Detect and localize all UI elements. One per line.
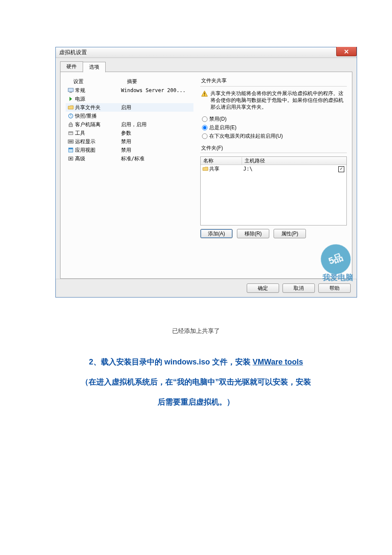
svg-marker-2: [69, 97, 72, 101]
instr-line1-prefix: 2、载入安装目录中的 windows.iso 文件，安装: [89, 358, 253, 366]
radio-group-sharing: 禁用(D) 总是启用(E) 在下次电源关闭或挂起前启用(U): [200, 115, 347, 140]
settings-row-general[interactable]: 常规 Windows Server 200...: [66, 86, 193, 95]
settings-row-snapshot[interactable]: 快照/重播: [66, 112, 193, 120]
settings-list: 常规 Windows Server 200... 电源 共享文件夹 启用: [66, 86, 193, 163]
settings-row-tools[interactable]: 工具 参数: [66, 129, 193, 137]
settings-row-app-view[interactable]: 应用视图 禁用: [66, 146, 193, 154]
remote-icon: [67, 138, 74, 145]
radio-until-poweroff[interactable]: 在下次电源关闭或挂起前启用(U): [202, 132, 347, 140]
settings-row-power[interactable]: 电源: [66, 95, 193, 103]
instructions: 2、载入安装目录中的 windows.iso 文件，安装 VMWare tool…: [55, 352, 337, 412]
titlebar: 虚拟机设置: [56, 47, 357, 58]
svg-rect-14: [204, 92, 205, 95]
folder-path: J:\: [241, 166, 336, 172]
radio-until-input[interactable]: [202, 133, 208, 139]
dialog-title: 虚拟机设置: [59, 49, 87, 56]
settings-header: 设置 摘要: [66, 77, 193, 86]
tab-panel: 设置 摘要 常规 Windows Server 200... 电源: [60, 72, 352, 279]
warning-text: 共享文件夹功能将会将你的文件展示给虚拟机中的程序。这将会使你的电脑与数据处于危险…: [210, 90, 346, 110]
help-button[interactable]: 帮助: [318, 283, 351, 293]
close-icon: [344, 49, 349, 54]
warning-icon: [201, 90, 208, 97]
radio-disable-input[interactable]: [202, 116, 208, 122]
svg-rect-1: [69, 92, 72, 93]
svg-rect-8: [69, 141, 72, 142]
vmware-link[interactable]: VMWare: [253, 358, 282, 366]
radio-disable[interactable]: 禁用(D): [202, 115, 347, 123]
properties-button[interactable]: 属性(P): [274, 229, 306, 238]
col-name-header[interactable]: 名称: [201, 157, 242, 165]
remove-button[interactable]: 移除(R): [237, 229, 269, 238]
settings-row-guest-isolation[interactable]: 客户机隔离 启用，启用: [66, 120, 193, 129]
power-icon: [67, 95, 74, 102]
folder-name: 共享: [209, 165, 219, 173]
radio-always[interactable]: 总是启用(E): [202, 123, 347, 132]
tools-icon: [67, 130, 74, 136]
svg-rect-0: [68, 88, 73, 92]
cancel-button[interactable]: 取消: [282, 283, 315, 293]
settings-row-remote-display[interactable]: 远程显示 禁用: [66, 137, 193, 146]
instr-line2: （在进入虚拟机系统后，在“我的电脑中”双击光驱就可以安装，安装: [57, 372, 335, 392]
dialog-buttons: 确定 取消 帮助: [56, 279, 357, 297]
folders-table-header: 名称 主机路径: [201, 157, 346, 165]
svg-point-12: [70, 158, 72, 159]
tab-hardware[interactable]: 硬件: [60, 61, 83, 72]
settings-list-panel: 设置 摘要 常规 Windows Server 200... 电源: [66, 77, 193, 273]
folder-enabled-checkbox[interactable]: ✓: [338, 166, 344, 172]
tabstrip: 硬件 选项: [60, 61, 352, 72]
warning-row: 共享文件夹功能将会将你的文件展示给虚拟机中的程序。这将会使你的电脑与数据处于危险…: [200, 90, 347, 110]
snapshot-icon: [67, 113, 74, 119]
folders-label: 文件夹(F): [200, 140, 347, 153]
folders-table-row[interactable]: 共享 J:\ ✓: [201, 165, 346, 173]
svg-rect-4: [69, 124, 72, 127]
tools-link[interactable]: tools: [282, 358, 303, 366]
figure-caption: 已经添加上共享了: [55, 327, 337, 335]
col-setting: 设置: [67, 78, 127, 85]
radio-always-input[interactable]: [202, 125, 208, 130]
add-button[interactable]: 添加(A): [200, 229, 233, 238]
ok-button[interactable]: 确定: [247, 283, 279, 293]
svg-rect-15: [204, 95, 205, 96]
col-summary: 摘要: [127, 78, 192, 85]
folder-icon: [67, 104, 74, 111]
monitor-icon: [67, 87, 74, 94]
folders-table[interactable]: 名称 主机路径 共享 J:\ ✓: [200, 156, 347, 225]
svg-rect-6: [69, 132, 73, 133]
folder-sharing-panel: 文件夹共享 共享文件夹功能将会将你的文件展示给虚拟机中的程序。这将会使你的电脑与…: [200, 77, 347, 273]
col-path-header[interactable]: 主机路径: [242, 157, 346, 165]
folder-buttons: 添加(A) 移除(R) 属性(P): [200, 229, 347, 238]
appview-icon: [67, 147, 74, 153]
advanced-icon: [67, 155, 74, 162]
group-folder-sharing-title: 文件夹共享: [200, 77, 347, 87]
lock-icon: [67, 121, 74, 128]
tab-options[interactable]: 选项: [83, 62, 106, 72]
close-button[interactable]: [336, 47, 357, 56]
folder-icon: [202, 166, 208, 171]
settings-row-shared-folders[interactable]: 共享文件夹 启用: [66, 103, 193, 112]
settings-row-advanced[interactable]: 高级 标准/标准: [66, 154, 193, 163]
svg-rect-10: [69, 148, 73, 149]
instr-line3: 后需要重启虚拟机。）: [57, 392, 335, 412]
vm-settings-dialog: 虚拟机设置 硬件 选项 设置 摘要: [55, 47, 357, 298]
